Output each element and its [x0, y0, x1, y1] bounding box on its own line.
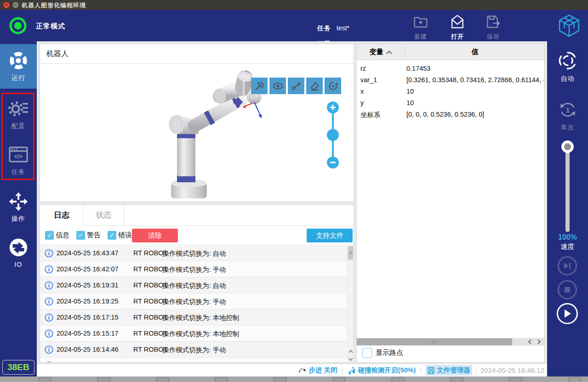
- step-mode-toggle[interactable]: 步进 关闭: [298, 366, 337, 375]
- zoom-slider-knob[interactable]: [327, 129, 339, 141]
- log-list[interactable]: 2024-05-25 16:43:47 RT ROBOT 操作模式切换为: 自动…: [40, 245, 354, 363]
- variable-row[interactable]: rz 0.17453: [357, 63, 544, 75]
- minimize-icon[interactable]: −: [12, 2, 19, 8]
- info-icon: [45, 313, 53, 322]
- erase-button[interactable]: [306, 78, 323, 94]
- log-row[interactable]: 2024-05-25 16:14:36 RT ROBOT 操作模式切换为: 自动: [40, 358, 354, 363]
- tab-status[interactable]: 状态: [84, 205, 124, 226]
- log-row[interactable]: 2024-05-25 16:19:31 RT ROBOT 操作模式切换为: 自动: [40, 277, 354, 293]
- auto-mode-icon: [557, 50, 579, 72]
- sidebar-item-task[interactable]: </> 任务: [0, 143, 37, 176]
- save-button[interactable]: 保存: [479, 14, 508, 41]
- log-row[interactable]: 2024-05-25 16:17:15 RT ROBOT 操作模式切换为: 本地…: [40, 309, 354, 326]
- speed-slider-track[interactable]: [565, 148, 570, 232]
- taskbar-tile[interactable]: [215, 377, 228, 382]
- log-scrollbar[interactable]: [347, 245, 354, 363]
- visibility-button[interactable]: [269, 78, 286, 94]
- variable-row[interactable]: x 10: [357, 86, 544, 98]
- log-row[interactable]: 2024-05-25 16:43:47 RT ROBOT 操作模式切换为: 自动: [40, 245, 354, 261]
- gear-icon: [7, 97, 29, 119]
- sidebar-item-io[interactable]: IO: [0, 237, 37, 268]
- taskbar-tile[interactable]: [274, 377, 287, 382]
- taskbar-tile[interactable]: [509, 377, 522, 382]
- log-message: 操作模式切换为: 本地控制: [162, 330, 240, 338]
- stop-icon: [564, 286, 571, 293]
- log-message: 操作模式切换为: 自动: [162, 362, 226, 363]
- sidebar-item-label: IO: [0, 261, 37, 268]
- log-row[interactable]: 2024-05-25 16:42:07 RT ROBOT 操作模式切换为: 手动: [40, 261, 354, 277]
- variable-row[interactable]: 坐标系 [0, 0, 0, 0.5236, 0.5236, 0]: [357, 109, 544, 121]
- filter-info-label: 信息: [56, 231, 69, 240]
- step-forward-button[interactable]: [558, 256, 577, 275]
- log-row[interactable]: 2024-05-25 16:19:25 RT ROBOT 操作模式切换为: 手动: [40, 293, 354, 309]
- scroll-left-button[interactable]: [525, 338, 534, 346]
- info-icon: [45, 265, 53, 274]
- taskbar-tile[interactable]: [568, 377, 581, 382]
- tools-button[interactable]: [251, 78, 268, 94]
- tab-log[interactable]: 日志: [40, 205, 84, 226]
- speed-slider-knob[interactable]: [561, 140, 574, 153]
- rotate-view-button[interactable]: [325, 78, 341, 94]
- scroll-up-button[interactable]: [348, 348, 354, 355]
- checkbox-checked-icon: ✓: [108, 231, 116, 240]
- clear-log-button[interactable]: 清除: [132, 229, 178, 242]
- hscrollbar-thumb[interactable]: [357, 338, 512, 345]
- value-column-header[interactable]: 值: [405, 44, 545, 60]
- auto-mode-button[interactable]: 自动: [547, 50, 588, 83]
- new-button-label: 新建: [406, 33, 435, 41]
- support-files-button[interactable]: 支持文件: [307, 229, 353, 242]
- variables-column-label: 变量: [370, 48, 383, 56]
- log-panel: 日志 状态 ✓ 信息 ✓ 警告 ✓ 错误 清除 支持文件 2024-05-25 …: [40, 204, 354, 363]
- sidebar-item-label: 任务: [0, 168, 37, 176]
- filter-info-checkbox[interactable]: ✓ 信息: [45, 231, 69, 240]
- sidebar-item-label: 配置: [0, 122, 37, 130]
- log-row[interactable]: 2024-05-25 16:15:17 RT ROBOT 操作模式切换为: 本地…: [40, 326, 354, 342]
- info-icon: [45, 345, 53, 354]
- scroll-right-button[interactable]: [534, 338, 543, 346]
- variable-row[interactable]: y 10: [357, 98, 544, 109]
- play-button[interactable]: [557, 303, 578, 324]
- zoom-in-button[interactable]: [327, 101, 339, 113]
- collision-detection-toggle[interactable]: 碰撞检测开启(50%): [348, 366, 416, 375]
- sidebar-item-config[interactable]: 配置: [0, 97, 37, 130]
- path-button[interactable]: [288, 78, 304, 94]
- taskbar-tile[interactable]: [156, 377, 169, 382]
- taskbar-tile[interactable]: [391, 377, 405, 382]
- check-glyph: ✓: [47, 231, 52, 239]
- filter-error-checkbox[interactable]: ✓ 错误: [108, 231, 132, 240]
- save-icon: [485, 14, 502, 29]
- file-manager-button[interactable]: 文件管理器: [426, 365, 472, 376]
- hex-code-badge: 38EB: [2, 360, 34, 375]
- save-button-label: 保存: [479, 33, 508, 41]
- collision-detection-label: 碰撞检测开启(50%): [358, 366, 416, 375]
- new-button[interactable]: 新建: [406, 14, 435, 41]
- filter-warning-checkbox[interactable]: ✓ 警告: [76, 231, 101, 240]
- open-button[interactable]: 打开: [443, 14, 472, 41]
- scroll-down-button[interactable]: [348, 355, 354, 363]
- log-scrollbar-thumb[interactable]: [348, 246, 353, 260]
- taskbar-tile[interactable]: [97, 377, 110, 382]
- sidebar-item-label: 操作: [0, 215, 37, 223]
- check-glyph: ✓: [78, 231, 84, 239]
- close-glyph: ×: [5, 2, 8, 7]
- stop-button[interactable]: [558, 280, 577, 299]
- sidebar-item-operate[interactable]: 操作: [0, 191, 37, 223]
- chevron-down-icon: [348, 358, 353, 361]
- zoom-out-button[interactable]: [327, 157, 339, 169]
- close-icon[interactable]: ×: [3, 2, 10, 8]
- taskbar-tile[interactable]: [38, 377, 51, 382]
- taskbar-tile[interactable]: [332, 377, 346, 382]
- variable-value: [0.3261, 0.35348, 0.73416, 2.72866, 0.61…: [406, 76, 545, 84]
- single-run-button[interactable]: 1 单次: [547, 99, 588, 132]
- variable-row[interactable]: var_1 [0.3261, 0.35348, 0.73416, 2.72866…: [357, 75, 544, 86]
- checkbox-checked-icon: ✓: [76, 231, 85, 240]
- variables-hscrollbar[interactable]: [357, 338, 544, 346]
- taskbar-tile[interactable]: [450, 377, 463, 382]
- variable-name: y: [360, 99, 364, 107]
- io-swap-icon: [8, 237, 29, 258]
- sidebar-item-run[interactable]: 运行: [0, 44, 37, 89]
- variables-column-header[interactable]: 变量: [357, 44, 405, 60]
- log-row[interactable]: 2024-05-25 16:14:46 RT ROBOT 操作模式切换为: 手动: [40, 342, 354, 358]
- variables-panel: 变量 值 rz 0.17453 var_1 [0.3261, 0.35348, …: [356, 44, 545, 363]
- show-waypoints-checkbox[interactable]: 显示路点: [362, 348, 403, 358]
